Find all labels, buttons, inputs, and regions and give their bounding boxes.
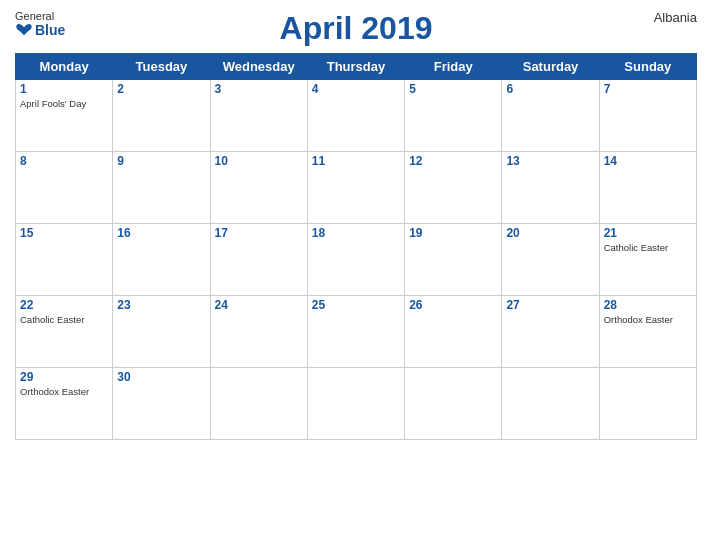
day-number: 8 [20,154,108,168]
table-row: 1April Fools' Day [16,80,113,152]
table-row: 18 [307,224,404,296]
table-row: 23 [113,296,210,368]
col-thursday: Thursday [307,54,404,80]
col-sunday: Sunday [599,54,696,80]
table-row: 6 [502,80,599,152]
day-number: 28 [604,298,692,312]
calendar-week-row: 1April Fools' Day234567 [16,80,697,152]
page: General Blue April 2019 Albania Monday T… [0,0,712,550]
table-row: 15 [16,224,113,296]
table-row: 8 [16,152,113,224]
country-label: Albania [654,10,697,25]
table-row: 29Orthodox Easter [16,368,113,440]
table-row: 2 [113,80,210,152]
day-number: 22 [20,298,108,312]
day-event: Catholic Easter [604,242,692,254]
header: General Blue April 2019 Albania [15,10,697,47]
logo: General Blue [15,10,65,38]
day-number: 24 [215,298,303,312]
calendar-week-row: 29Orthodox Easter30 [16,368,697,440]
col-saturday: Saturday [502,54,599,80]
day-number: 13 [506,154,594,168]
day-number: 1 [20,82,108,96]
col-tuesday: Tuesday [113,54,210,80]
day-number: 26 [409,298,497,312]
day-number: 12 [409,154,497,168]
day-number: 30 [117,370,205,384]
calendar-week-row: 891011121314 [16,152,697,224]
col-monday: Monday [16,54,113,80]
table-row: 14 [599,152,696,224]
calendar-week-row: 22Catholic Easter232425262728Orthodox Ea… [16,296,697,368]
day-number: 18 [312,226,400,240]
table-row: 22Catholic Easter [16,296,113,368]
table-row [502,368,599,440]
day-number: 9 [117,154,205,168]
day-number: 25 [312,298,400,312]
table-row: 9 [113,152,210,224]
day-number: 23 [117,298,205,312]
table-row: 27 [502,296,599,368]
calendar: Monday Tuesday Wednesday Thursday Friday… [15,53,697,440]
day-number: 10 [215,154,303,168]
table-row [599,368,696,440]
table-row: 7 [599,80,696,152]
day-number: 2 [117,82,205,96]
logo-blue: Blue [15,22,65,38]
table-row [210,368,307,440]
day-number: 15 [20,226,108,240]
table-row: 20 [502,224,599,296]
calendar-header-row: Monday Tuesday Wednesday Thursday Friday… [16,54,697,80]
col-wednesday: Wednesday [210,54,307,80]
day-number: 19 [409,226,497,240]
table-row: 26 [405,296,502,368]
day-number: 27 [506,298,594,312]
logo-bird-icon [15,23,33,37]
table-row: 13 [502,152,599,224]
page-title: April 2019 [280,10,433,47]
table-row: 21Catholic Easter [599,224,696,296]
day-number: 14 [604,154,692,168]
day-number: 21 [604,226,692,240]
table-row: 17 [210,224,307,296]
table-row: 24 [210,296,307,368]
logo-general: General [15,10,54,22]
table-row: 10 [210,152,307,224]
day-number: 3 [215,82,303,96]
day-number: 16 [117,226,205,240]
day-event: Catholic Easter [20,314,108,326]
table-row: 16 [113,224,210,296]
day-number: 17 [215,226,303,240]
col-friday: Friday [405,54,502,80]
day-event: April Fools' Day [20,98,108,110]
day-number: 6 [506,82,594,96]
table-row [405,368,502,440]
day-number: 29 [20,370,108,384]
table-row: 25 [307,296,404,368]
table-row: 11 [307,152,404,224]
day-event: Orthodox Easter [604,314,692,326]
day-number: 11 [312,154,400,168]
table-row [307,368,404,440]
table-row: 4 [307,80,404,152]
table-row: 12 [405,152,502,224]
table-row: 28Orthodox Easter [599,296,696,368]
table-row: 3 [210,80,307,152]
table-row: 30 [113,368,210,440]
day-number: 20 [506,226,594,240]
day-event: Orthodox Easter [20,386,108,398]
calendar-week-row: 15161718192021Catholic Easter [16,224,697,296]
day-number: 4 [312,82,400,96]
day-number: 7 [604,82,692,96]
day-number: 5 [409,82,497,96]
table-row: 19 [405,224,502,296]
table-row: 5 [405,80,502,152]
